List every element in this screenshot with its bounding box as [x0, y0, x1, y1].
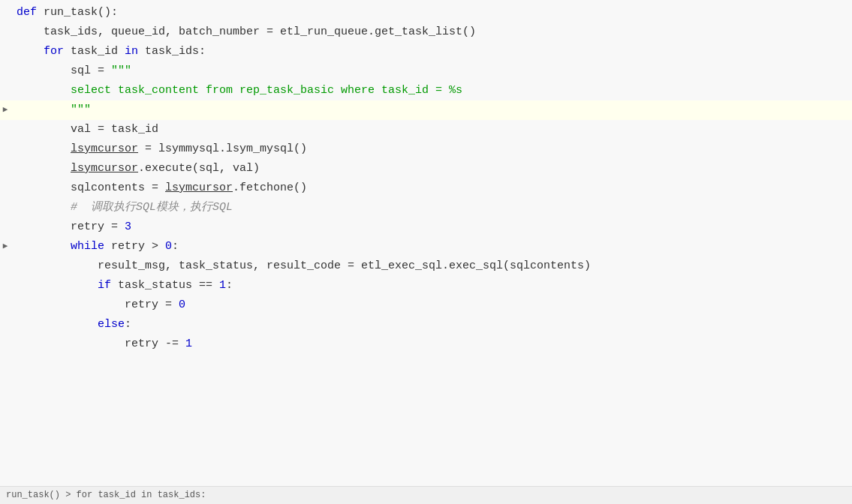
token-plain: :: [172, 238, 179, 256]
code-line: select task_content from rep_task_basic …: [0, 81, 852, 100]
line-content: while retry > 0:: [11, 237, 852, 256]
gutter-cell: [0, 334, 11, 354]
code-line: result_msg, task_status, result_code = e…: [0, 256, 852, 276]
gutter-cell: [0, 296, 11, 315]
line-content: val = task_id: [11, 120, 852, 140]
line-content: sqlcontents = lsymcursor.fetchone(): [11, 178, 852, 198]
gutter-cell: [0, 178, 11, 198]
line-content: else:: [11, 315, 852, 334]
token-num: 1: [219, 277, 226, 295]
line-content: sql = """: [11, 62, 852, 81]
line-content: retry = 0: [11, 296, 852, 315]
code-line: retry -= 1: [0, 334, 852, 354]
token-plain: .fetchone(): [233, 179, 307, 197]
token-kw: in: [125, 43, 145, 61]
token-kw: if: [17, 277, 118, 295]
gutter-cell: [0, 159, 11, 178]
token-plain: :: [125, 316, 131, 334]
gutter-cell: [0, 120, 11, 140]
gutter-cell: [0, 315, 11, 334]
token-underline: lsymcursor: [71, 160, 138, 178]
gutter-cell: [0, 256, 11, 276]
code-line: ▶ while retry > 0:: [0, 237, 852, 256]
gutter-cell: [0, 3, 11, 22]
code-line: retry = 0: [0, 296, 852, 315]
line-content: for task_id in task_ids:: [11, 42, 852, 62]
token-kw: while: [17, 238, 111, 256]
token-plain: retry >: [111, 238, 165, 256]
token-plain: sql =: [17, 62, 111, 80]
token-plain: retry -=: [17, 335, 185, 353]
gutter-cell: ▶: [0, 237, 11, 256]
code-editor: def run_task(): task_ids, queue_id, batc…: [0, 0, 852, 504]
line-content: retry = 3: [11, 218, 852, 237]
gutter-cell: [0, 42, 11, 62]
token-plain: = lsymmysql.lsym_mysql(): [138, 140, 307, 158]
code-line: retry = 3: [0, 218, 852, 237]
token-num: 3: [125, 218, 131, 236]
code-line: lsymcursor.execute(sql, val): [0, 159, 852, 178]
code-line: if task_status == 1:: [0, 276, 852, 296]
line-content: lsymcursor = lsymmysql.lsym_mysql(): [11, 140, 852, 159]
token-underline: lsymcursor: [71, 140, 138, 158]
token-kw: else: [17, 316, 125, 334]
code-line: else:: [0, 315, 852, 334]
breakpoint-arrow: ▶: [3, 104, 8, 117]
code-line: val = task_id: [0, 120, 852, 140]
code-line: for task_id in task_ids:: [0, 42, 852, 62]
token-sql-green: select task_content from rep_task_basic …: [17, 82, 462, 100]
token-plain: ():: [98, 4, 118, 22]
token-plain: :: [226, 277, 233, 295]
gutter-cell: [0, 22, 11, 42]
token-fn: run_task: [44, 4, 98, 22]
token-plain: val = task_id: [17, 121, 158, 139]
line-content: retry -= 1: [11, 334, 852, 354]
token-underline: lsymcursor: [165, 179, 233, 197]
token-plain: [17, 160, 71, 178]
token-str: """: [111, 62, 131, 80]
breadcrumb-text: run_task() > for task_id in task_ids:: [6, 488, 206, 502]
line-content: def run_task():: [11, 3, 852, 22]
code-area: def run_task(): task_ids, queue_id, batc…: [0, 0, 852, 357]
token-plain: task_status ==: [118, 277, 219, 295]
token-plain: task_ids, queue_id, batch_number = etl_r…: [17, 23, 476, 41]
token-comment: # 调取执行SQL模块，执行SQL: [17, 199, 233, 217]
code-line: def run_task():: [0, 3, 852, 22]
line-content: # 调取执行SQL模块，执行SQL: [11, 198, 852, 218]
token-plain: sqlcontents =: [17, 179, 165, 197]
gutter-cell: [0, 81, 11, 100]
breadcrumb: run_task() > for task_id in task_ids:: [0, 486, 852, 504]
token-plain: retry =: [17, 218, 125, 236]
token-plain: .execute(sql, val): [138, 160, 260, 178]
line-content: select task_content from rep_task_basic …: [11, 81, 852, 100]
token-num: 0: [165, 238, 172, 256]
line-content: """: [11, 100, 852, 120]
breakpoint-arrow: ▶: [3, 240, 8, 254]
gutter-cell: [0, 218, 11, 237]
token-kw: def: [17, 4, 44, 22]
code-line: task_ids, queue_id, batch_number = etl_r…: [0, 22, 852, 42]
gutter-cell: ▶: [0, 100, 11, 120]
token-plain: retry =: [17, 296, 179, 314]
line-content: result_msg, task_status, result_code = e…: [11, 256, 852, 276]
line-content: lsymcursor.execute(sql, val): [11, 159, 852, 178]
token-plain: result_msg, task_status, result_code = e…: [17, 257, 591, 275]
code-line: sql = """: [0, 62, 852, 81]
gutter-cell: [0, 62, 11, 81]
code-line: ▶ """: [0, 100, 852, 120]
line-content: if task_status == 1:: [11, 276, 852, 296]
code-line: # 调取执行SQL模块，执行SQL: [0, 198, 852, 218]
token-plain: task_ids:: [145, 43, 206, 61]
token-str: """: [17, 101, 91, 119]
gutter-cell: [0, 140, 11, 159]
code-line: lsymcursor = lsymmysql.lsym_mysql(): [0, 140, 852, 159]
gutter-cell: [0, 198, 11, 218]
token-kw: for: [17, 43, 71, 61]
token-num: 0: [179, 296, 185, 314]
code-line: sqlcontents = lsymcursor.fetchone(): [0, 178, 852, 198]
token-plain: [17, 140, 71, 158]
line-content: task_ids, queue_id, batch_number = etl_r…: [11, 22, 852, 42]
token-num: 1: [185, 335, 192, 353]
gutter-cell: [0, 276, 11, 296]
token-plain: task_id: [71, 43, 125, 61]
